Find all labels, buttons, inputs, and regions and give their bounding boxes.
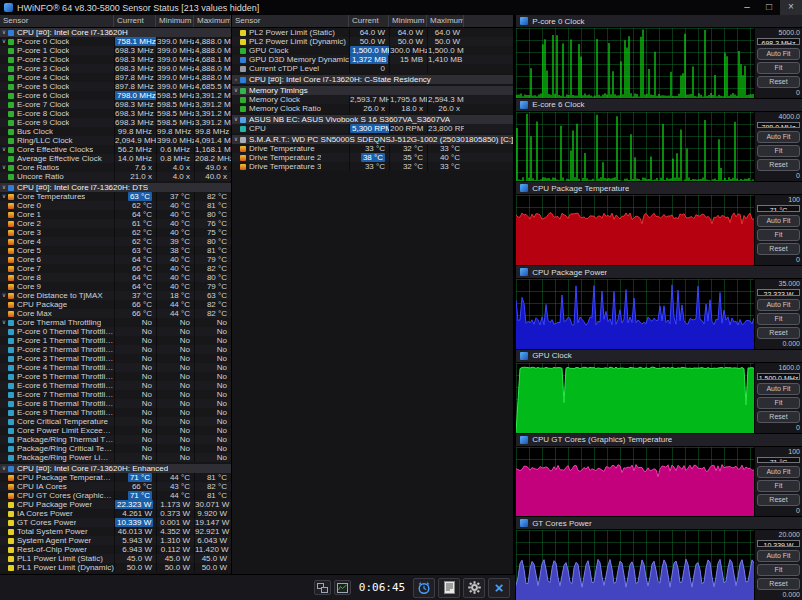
sensor-row[interactable]: ∨Core Effective Clocks56.2 MHz0.6 MHz1,1… (0, 145, 231, 154)
sensor-row[interactable]: E-core 6 Thermal ThrottlingNoNoNo (0, 381, 231, 390)
graph-plot[interactable] (516, 447, 754, 517)
sensor-row[interactable]: PL1 Power Limit (Dynamic)50.0 W50.0 W50.… (0, 563, 231, 572)
graph-title-bar[interactable]: GPU Clock (516, 350, 802, 363)
graph-title-bar[interactable]: GT Cores Power (516, 517, 802, 530)
sensor-row[interactable]: E-core 7 Thermal ThrottlingNoNoNo (0, 390, 231, 399)
minimize-button[interactable]: – (736, 0, 758, 15)
sensor-row[interactable]: System Agent Power5.943 W1.310 W6.043 W (0, 536, 231, 545)
sensor-row[interactable]: P-core 3 Thermal ThrottlingNoNoNo (0, 354, 231, 363)
expanded-chevron-icon[interactable]: ∨ (0, 163, 8, 172)
sensor-row[interactable]: P-core 1 Clock698.3 MHz399.0 MHz4,888.0 … (0, 46, 231, 55)
sensor-row[interactable]: CPU5,300 RPM200 RPM23,800 RPM (232, 124, 513, 133)
sensor-row[interactable]: Total System Power46.013 W4.352 W92.921 … (0, 527, 231, 536)
sensor-row[interactable]: Core 766 °C40 °C82 °C (0, 264, 231, 273)
column-header-current[interactable]: Current (349, 15, 389, 27)
column-header-sensor[interactable]: Sensor (0, 15, 114, 27)
sensor-row[interactable]: PL1 Power Limit (Static)45.0 W45.0 W45.0… (0, 554, 231, 563)
sensor-row[interactable]: CPU Package Temperature71 °C44 °C81 °C (0, 473, 231, 482)
graph-plot[interactable] (516, 112, 754, 182)
layout-windows-button[interactable] (314, 580, 331, 595)
maximize-button[interactable]: □ (758, 0, 780, 15)
sensor-row[interactable]: P-core 0 Thermal ThrottlingNoNoNo (0, 327, 231, 336)
expanded-chevron-icon[interactable]: ∨ (0, 192, 8, 201)
auto-fit-button[interactable]: Auto Fit (757, 383, 800, 395)
fit-button[interactable]: Fit (757, 145, 800, 157)
expanded-chevron-icon[interactable]: ∨ (0, 37, 8, 46)
collapsed-chevron-icon[interactable]: › (232, 75, 240, 84)
sensor-section-header[interactable]: ›CPU [#0]: Intel Core i7-13620H: C-State… (232, 75, 513, 84)
sensor-row[interactable]: Memory Clock2,593.7 MHz1,795.6 MHz2,594.… (232, 95, 513, 104)
auto-fit-button[interactable]: Auto Fit (757, 550, 800, 562)
auto-fit-button[interactable]: Auto Fit (757, 215, 800, 227)
reset-button[interactable]: Reset (757, 494, 800, 506)
sensor-row[interactable]: E-core 7 Clock698.3 MHz598.5 MHz3,391.2 … (0, 100, 231, 109)
graph-title-bar[interactable]: CPU GT Cores (Graphics) Temperature (516, 434, 802, 447)
column-header-minimum[interactable]: Minimum (389, 15, 427, 27)
sensor-row[interactable]: E-core 9 Thermal ThrottlingNoNoNo (0, 408, 231, 417)
report-button[interactable] (438, 578, 460, 598)
sensor-section-header[interactable]: ∨Memory Timings (232, 86, 513, 95)
sensor-row[interactable]: CPU GT Cores (Graphics) Temper...71 °C44… (0, 491, 231, 500)
auto-fit-button[interactable]: Auto Fit (757, 299, 800, 311)
reset-button[interactable]: Reset (757, 411, 800, 423)
sensor-row[interactable]: Ring/LLC Clock2,094.9 MHz399.0 MHz4,091.… (0, 136, 231, 145)
sensor-row[interactable]: Core Critical TemperatureNoNoNo (0, 417, 231, 426)
reset-button[interactable]: Reset (757, 578, 800, 590)
sensor-row[interactable]: Package/Ring Power Limit Exce...NoNoNo (0, 453, 231, 462)
sensor-row[interactable]: PL2 Power Limit (Static)64.0 W64.0 W64.0… (232, 28, 513, 37)
sensor-row[interactable]: Rest-of-Chip Power6.943 W0.112 W11.420 W (0, 545, 231, 554)
column-header-minimum[interactable]: Minimum (156, 15, 194, 27)
sensor-row[interactable]: Core 964 °C40 °C79 °C (0, 282, 231, 291)
graph-plot[interactable] (516, 279, 754, 349)
auto-fit-button[interactable]: Auto Fit (757, 466, 800, 478)
sensor-section-header[interactable]: ∨CPU [#0]: Intel Core i7-13620H: Enhance… (0, 464, 231, 473)
sensor-row[interactable]: Core 563 °C38 °C81 °C (0, 246, 231, 255)
fit-button[interactable]: Fit (757, 229, 800, 241)
reset-button[interactable]: Reset (757, 76, 800, 88)
sensor-row[interactable]: Core 664 °C40 °C79 °C (0, 255, 231, 264)
graph-title-bar[interactable]: P-core 0 Clock (516, 15, 802, 28)
fit-button[interactable]: Fit (757, 313, 800, 325)
expanded-chevron-icon[interactable]: ∨ (232, 86, 240, 95)
title-bar[interactable]: HWiNFO® 64 v8.30-5800 Sensor Status [213… (0, 0, 802, 15)
sensor-row[interactable]: E-core 8 Clock698.3 MHz598.5 MHz3,391.2 … (0, 109, 231, 118)
graph-plot[interactable] (516, 530, 754, 600)
sensor-row[interactable]: IA Cores Power4.261 W0.373 W9.920 W (0, 509, 231, 518)
sensor-row[interactable]: Package/Ring Critical TemperatureNoNoNo (0, 444, 231, 453)
sensor-row[interactable]: Memory Clock Ratio26.0 x18.0 x26.0 x (232, 104, 513, 113)
column-header-sensor[interactable]: Sensor (232, 15, 349, 27)
sensor-section-header[interactable]: ∨S.M.A.R.T.: WD PC SN5000S SDEQNSJ-512G-… (232, 135, 513, 144)
sensor-row[interactable]: Drive Temperature 238 °C35 °C40 °C (232, 153, 513, 162)
reset-button[interactable]: Reset (757, 243, 800, 255)
expanded-chevron-icon[interactable]: ∨ (0, 464, 8, 473)
close-sensors-button[interactable]: × (488, 578, 510, 598)
sensor-section-header[interactable]: ∨CPU [#0]: Intel Core i7-13620H: DTS (0, 183, 231, 192)
fit-button[interactable]: Fit (757, 480, 800, 492)
expanded-chevron-icon[interactable]: ∨ (0, 145, 8, 154)
sensor-row[interactable]: Uncore Ratio21.0 x4.0 x40.0 x (0, 172, 231, 181)
fit-button[interactable]: Fit (757, 564, 800, 576)
sensor-row[interactable]: Drive Temperature33 °C32 °C33 °C (232, 144, 513, 153)
alarm-clock-button[interactable] (413, 578, 435, 598)
sensor-row[interactable]: ∨Core Ratios7.6 x4.0 x49.0 x (0, 163, 231, 172)
sensor-row[interactable]: ∨Core Temperatures63 °C37 °C82 °C (0, 192, 231, 201)
column-header-maximum[interactable]: Maximum (194, 15, 231, 27)
sensor-row[interactable]: E-core 8 Thermal ThrottlingNoNoNo (0, 399, 231, 408)
fit-button[interactable]: Fit (757, 397, 800, 409)
column-header-current[interactable]: Current (114, 15, 156, 27)
graph-plot[interactable] (516, 28, 754, 98)
reset-button[interactable]: Reset (757, 327, 800, 339)
sensor-row[interactable]: Drive Temperature 333 °C32 °C33 °C (232, 162, 513, 171)
sensor-row[interactable]: P-core 4 Thermal ThrottlingNoNoNo (0, 363, 231, 372)
graph-plot[interactable] (516, 363, 754, 433)
sensor-section-header[interactable]: ∨CPU [#0]: Intel Core i7-13620H (0, 28, 231, 37)
expanded-chevron-icon[interactable]: ∨ (0, 291, 8, 300)
expanded-chevron-icon[interactable]: ∨ (232, 115, 240, 124)
graph-window-button[interactable] (334, 580, 351, 595)
fit-button[interactable]: Fit (757, 62, 800, 74)
graph-title-bar[interactable]: CPU Package Temperature (516, 182, 802, 195)
column-header-maximum[interactable]: Maximum (427, 15, 464, 27)
expanded-chevron-icon[interactable]: ∨ (0, 318, 8, 327)
sensor-row[interactable]: E-core 9 Clock698.3 MHz598.5 MHz3,391.2 … (0, 118, 231, 127)
sensor-row[interactable]: PL2 Power Limit (Dynamic)50.0 W50.0 W50.… (232, 37, 513, 46)
